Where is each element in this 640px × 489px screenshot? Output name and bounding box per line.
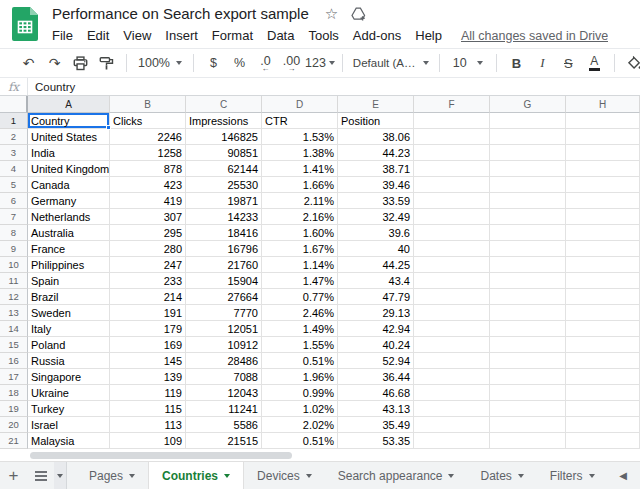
cell-C7[interactable]: 14233 <box>186 209 262 225</box>
cell-D9[interactable]: 1.67% <box>262 241 338 257</box>
cell-E8[interactable]: 39.6 <box>338 225 414 241</box>
cell-H8[interactable] <box>566 225 640 241</box>
cell-G8[interactable] <box>490 225 566 241</box>
cell-C20[interactable]: 5586 <box>186 417 262 433</box>
cell-E15[interactable]: 40.24 <box>338 337 414 353</box>
partial-sheet-tab[interactable] <box>54 462 67 489</box>
tab-dates[interactable]: Dates <box>467 462 536 489</box>
cell-G17[interactable] <box>490 369 566 385</box>
cell-C11[interactable]: 15904 <box>186 273 262 289</box>
cell-G16[interactable] <box>490 353 566 369</box>
cell-F1[interactable] <box>414 113 490 129</box>
cell-H7[interactable] <box>566 209 640 225</box>
cell-G11[interactable] <box>490 273 566 289</box>
cell-H4[interactable] <box>566 161 640 177</box>
cell-G9[interactable] <box>490 241 566 257</box>
cell-C17[interactable]: 7088 <box>186 369 262 385</box>
cell-B10[interactable]: 247 <box>110 257 186 273</box>
format-currency-button[interactable]: $ <box>201 51 226 75</box>
cell-F7[interactable] <box>414 209 490 225</box>
increase-decimal-button[interactable]: .00→ <box>279 51 304 75</box>
col-header-D[interactable]: D <box>262 96 338 113</box>
select-all-corner[interactable] <box>0 96 28 113</box>
cell-B1[interactable]: Clicks <box>110 113 186 129</box>
col-header-H[interactable]: H <box>566 96 640 113</box>
cell-F6[interactable] <box>414 193 490 209</box>
cell-D18[interactable]: 0.99% <box>262 385 338 401</box>
cell-E11[interactable]: 43.4 <box>338 273 414 289</box>
cell-G19[interactable] <box>490 401 566 417</box>
selection-fill-handle[interactable] <box>106 125 111 130</box>
format-percent-button[interactable]: % <box>227 51 252 75</box>
row-header-7[interactable]: 7 <box>0 209 28 225</box>
menu-data[interactable]: Data <box>260 28 301 43</box>
fill-color-icon[interactable] <box>622 51 640 75</box>
cell-D15[interactable]: 1.55% <box>262 337 338 353</box>
menu-edit[interactable]: Edit <box>80 28 116 43</box>
menu-insert[interactable]: Insert <box>158 28 205 43</box>
cell-A9[interactable]: France <box>28 241 110 257</box>
cell-E20[interactable]: 35.49 <box>338 417 414 433</box>
cell-G21[interactable] <box>490 433 566 449</box>
cell-H10[interactable] <box>566 257 640 273</box>
row-header-6[interactable]: 6 <box>0 193 28 209</box>
cell-B9[interactable]: 280 <box>110 241 186 257</box>
cell-D5[interactable]: 1.66% <box>262 177 338 193</box>
cell-F21[interactable] <box>414 433 490 449</box>
cell-G13[interactable] <box>490 305 566 321</box>
row-header-18[interactable]: 18 <box>0 385 28 401</box>
col-header-B[interactable]: B <box>110 96 186 113</box>
bold-button[interactable]: B <box>504 51 529 75</box>
cell-D14[interactable]: 1.49% <box>262 321 338 337</box>
cell-C10[interactable]: 21760 <box>186 257 262 273</box>
cell-D19[interactable]: 1.02% <box>262 401 338 417</box>
cell-D21[interactable]: 0.51% <box>262 433 338 449</box>
cell-D16[interactable]: 0.51% <box>262 353 338 369</box>
cell-E9[interactable]: 40 <box>338 241 414 257</box>
cell-B8[interactable]: 295 <box>110 225 186 241</box>
cell-C13[interactable]: 7770 <box>186 305 262 321</box>
font-size-select[interactable]: 10 <box>447 51 489 75</box>
cell-G5[interactable] <box>490 177 566 193</box>
row-header-17[interactable]: 17 <box>0 369 28 385</box>
cell-F14[interactable] <box>414 321 490 337</box>
cell-H16[interactable] <box>566 353 640 369</box>
col-header-E[interactable]: E <box>338 96 414 113</box>
row-header-2[interactable]: 2 <box>0 129 28 145</box>
tab-search-appearance[interactable]: Search appearance <box>325 462 468 489</box>
cell-C19[interactable]: 11241 <box>186 401 262 417</box>
cell-A16[interactable]: Russia <box>28 353 110 369</box>
redo-icon[interactable]: ↷ <box>42 51 67 75</box>
cell-A12[interactable]: Brazil <box>28 289 110 305</box>
tab-dropdown-caret-icon[interactable] <box>589 474 595 478</box>
zoom-select[interactable]: 100% <box>134 51 186 75</box>
row-header-3[interactable]: 3 <box>0 145 28 161</box>
cell-D11[interactable]: 1.47% <box>262 273 338 289</box>
cell-E12[interactable]: 47.79 <box>338 289 414 305</box>
cell-A4[interactable]: United Kingdom <box>28 161 110 177</box>
cell-F18[interactable] <box>414 385 490 401</box>
undo-icon[interactable]: ↶ <box>16 51 41 75</box>
cell-E10[interactable]: 44.25 <box>338 257 414 273</box>
cell-B18[interactable]: 119 <box>110 385 186 401</box>
cell-D6[interactable]: 2.11% <box>262 193 338 209</box>
cell-G20[interactable] <box>490 417 566 433</box>
cell-B3[interactable]: 1258 <box>110 145 186 161</box>
cell-E21[interactable]: 53.35 <box>338 433 414 449</box>
menu-view[interactable]: View <box>116 28 158 43</box>
cell-B6[interactable]: 419 <box>110 193 186 209</box>
cell-G3[interactable] <box>490 145 566 161</box>
cell-G10[interactable] <box>490 257 566 273</box>
save-status-link[interactable]: All changes saved in Drive <box>461 29 608 43</box>
cell-D1[interactable]: CTR <box>262 113 338 129</box>
cell-D12[interactable]: 0.77% <box>262 289 338 305</box>
cell-C8[interactable]: 18416 <box>186 225 262 241</box>
italic-button[interactable]: I <box>530 51 555 75</box>
row-header-9[interactable]: 9 <box>0 241 28 257</box>
row-header-1[interactable]: 1 <box>0 113 28 129</box>
cell-B16[interactable]: 145 <box>110 353 186 369</box>
cell-A20[interactable]: Israel <box>28 417 110 433</box>
cell-B11[interactable]: 233 <box>110 273 186 289</box>
all-sheets-menu-icon[interactable] <box>27 462 54 489</box>
cell-E14[interactable]: 42.94 <box>338 321 414 337</box>
